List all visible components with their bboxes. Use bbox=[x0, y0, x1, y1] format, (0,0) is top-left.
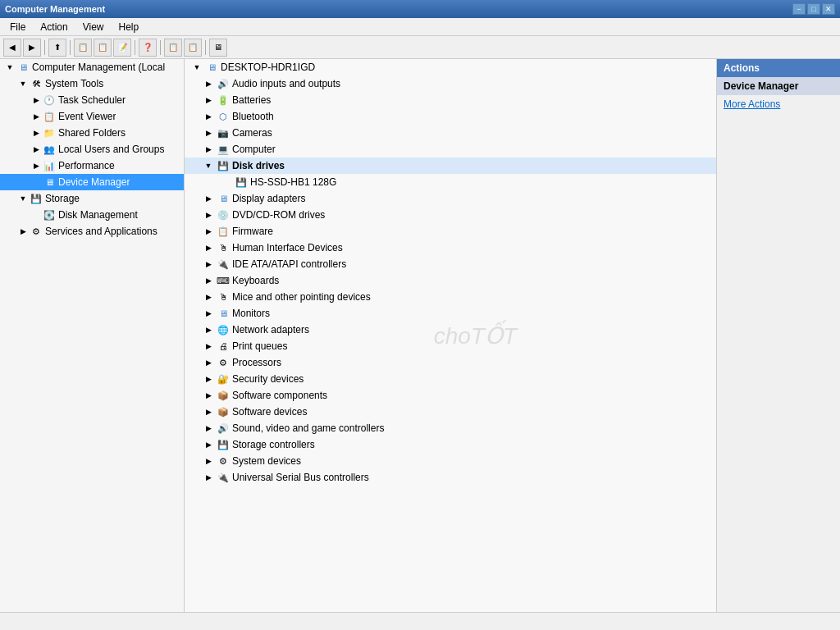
menu-action[interactable]: Action bbox=[34, 20, 74, 34]
toolbar-btn5[interactable]: 📝 bbox=[113, 39, 131, 57]
device-system-devices[interactable]: ▶ ⚙ System devices bbox=[185, 453, 716, 469]
device-security[interactable]: ▶ 🔐 Security devices bbox=[185, 371, 716, 387]
network-expand[interactable]: ▶ bbox=[203, 324, 214, 336]
device-computer[interactable]: ▶ 💻 Computer bbox=[185, 141, 716, 158]
software-comp-expand[interactable]: ▶ bbox=[203, 390, 214, 401]
toolbar-back[interactable]: ◀ bbox=[3, 39, 21, 57]
services-apps-expand[interactable]: ▶ bbox=[16, 225, 30, 238]
local-users-expand[interactable]: ▶ bbox=[30, 143, 43, 156]
processors-label: Processors bbox=[232, 357, 281, 368]
device-software-devices[interactable]: ▶ 📦 Software devices bbox=[185, 404, 716, 420]
software-dev-expand[interactable]: ▶ bbox=[203, 406, 214, 418]
processors-expand[interactable]: ▶ bbox=[203, 357, 214, 368]
device-mice[interactable]: ▶ 🖱 Mice and other pointing devices bbox=[185, 289, 716, 305]
toolbar-btn3[interactable]: 📋 bbox=[74, 39, 92, 57]
device-disk-drives[interactable]: ▼ 💾 Disk drives bbox=[185, 158, 716, 174]
storage-expand[interactable]: ▼ bbox=[16, 192, 30, 205]
device-root[interactable]: ▼ 🖥 DESKTOP-HDR1IGD bbox=[185, 59, 716, 75]
root-expand[interactable]: ▼ bbox=[3, 61, 16, 74]
device-print[interactable]: ▶ 🖨 Print queues bbox=[185, 338, 716, 354]
toolbar-btn6[interactable]: 📋 bbox=[164, 39, 182, 57]
cameras-expand[interactable]: ▶ bbox=[203, 127, 214, 139]
toolbar-btn7[interactable]: 📋 bbox=[184, 39, 202, 57]
hid-expand[interactable]: ▶ bbox=[203, 242, 214, 253]
ide-expand[interactable]: ▶ bbox=[203, 258, 214, 270]
device-ide[interactable]: ▶ 🔌 IDE ATA/ATAPI controllers bbox=[185, 256, 716, 272]
toolbar-forward[interactable]: ▶ bbox=[23, 39, 41, 57]
batteries-expand[interactable]: ▶ bbox=[203, 94, 214, 106]
device-bluetooth[interactable]: ▶ ⬡ Bluetooth bbox=[185, 108, 716, 125]
firmware-expand[interactable]: ▶ bbox=[203, 226, 214, 237]
dvd-expand[interactable]: ▶ bbox=[203, 209, 214, 221]
sound-icon: 🔊 bbox=[217, 422, 230, 435]
security-expand[interactable]: ▶ bbox=[203, 373, 214, 385]
device-processors[interactable]: ▶ ⚙ Processors bbox=[185, 354, 716, 371]
device-batteries[interactable]: ▶ 🔋 Batteries bbox=[185, 92, 716, 108]
shared-folders-expand[interactable]: ▶ bbox=[30, 126, 43, 139]
device-ssd[interactable]: 💾 HS-SSD-HB1 128G bbox=[185, 174, 716, 190]
event-viewer-expand[interactable]: ▶ bbox=[30, 110, 43, 123]
disk-management-expand[interactable] bbox=[30, 208, 43, 221]
tree-disk-management[interactable]: 💽 Disk Management bbox=[0, 207, 184, 223]
tree-services-apps[interactable]: ▶ ⚙ Services and Applications bbox=[0, 223, 184, 240]
tree-device-manager[interactable]: 🖥 Device Manager bbox=[0, 174, 184, 190]
device-keyboards[interactable]: ▶ ⌨ Keyboards bbox=[185, 272, 716, 289]
bluetooth-expand[interactable]: ▶ bbox=[203, 111, 214, 122]
device-firmware[interactable]: ▶ 📋 Firmware bbox=[185, 223, 716, 240]
minimize-button[interactable]: − bbox=[792, 3, 806, 15]
device-cameras[interactable]: ▶ 📷 Cameras bbox=[185, 125, 716, 141]
sound-expand[interactable]: ▶ bbox=[203, 422, 214, 434]
toolbar-monitor[interactable]: 🖥 bbox=[209, 39, 227, 57]
action-more-actions[interactable]: More Actions bbox=[717, 95, 840, 113]
display-expand[interactable]: ▶ bbox=[203, 193, 214, 204]
device-manager-expand[interactable] bbox=[30, 176, 43, 189]
device-root-expand[interactable]: ▼ bbox=[191, 62, 203, 73]
system-tools-expand[interactable]: ▼ bbox=[16, 77, 30, 90]
ssd-expand[interactable] bbox=[221, 176, 232, 188]
device-storage-ctrl[interactable]: ▶ 💾 Storage controllers bbox=[185, 436, 716, 453]
tree-performance[interactable]: ▶ 📊 Performance bbox=[0, 158, 184, 174]
tree-storage[interactable]: ▼ 💾 Storage bbox=[0, 190, 184, 207]
monitors-expand[interactable]: ▶ bbox=[203, 308, 214, 319]
usb-expand[interactable]: ▶ bbox=[203, 472, 214, 483]
performance-expand[interactable]: ▶ bbox=[30, 159, 43, 172]
toolbar-help[interactable]: ❓ bbox=[139, 39, 157, 57]
monitors-icon: 🖥 bbox=[217, 307, 230, 320]
cameras-label: Cameras bbox=[232, 127, 272, 139]
device-sound[interactable]: ▶ 🔊 Sound, video and game controllers bbox=[185, 420, 716, 436]
device-dvd[interactable]: ▶ 💿 DVD/CD-ROM drives bbox=[185, 207, 716, 223]
mice-expand[interactable]: ▶ bbox=[203, 291, 214, 303]
menu-file[interactable]: File bbox=[3, 20, 32, 34]
system-devices-expand[interactable]: ▶ bbox=[203, 455, 214, 467]
menu-help[interactable]: Help bbox=[112, 20, 146, 34]
device-display-adapters[interactable]: ▶ 🖥 Display adapters bbox=[185, 190, 716, 207]
device-audio[interactable]: ▶ 🔊 Audio inputs and outputs bbox=[185, 75, 716, 92]
storage-ctrl-expand[interactable]: ▶ bbox=[203, 439, 214, 450]
maximize-button[interactable]: □ bbox=[807, 3, 820, 15]
tree-root[interactable]: ▼ 🖥 Computer Management (Local bbox=[0, 59, 184, 75]
device-usb[interactable]: ▶ 🔌 Universal Serial Bus controllers bbox=[185, 469, 716, 486]
tree-local-users[interactable]: ▶ 👥 Local Users and Groups bbox=[0, 141, 184, 158]
computer-expand[interactable]: ▶ bbox=[203, 144, 214, 155]
disk-drives-expand[interactable]: ▼ bbox=[203, 160, 214, 171]
tree-event-viewer[interactable]: ▶ 📋 Event Viewer bbox=[0, 108, 184, 125]
tree-task-scheduler[interactable]: ▶ 🕐 Task Scheduler bbox=[0, 92, 184, 108]
menu-view[interactable]: View bbox=[76, 20, 111, 34]
ide-icon: 🔌 bbox=[217, 258, 230, 271]
device-software-components[interactable]: ▶ 📦 Software components bbox=[185, 387, 716, 404]
close-button[interactable]: ✕ bbox=[822, 3, 835, 15]
audio-expand[interactable]: ▶ bbox=[203, 78, 214, 89]
title-bar-controls: − □ ✕ bbox=[792, 3, 835, 15]
task-scheduler-expand[interactable]: ▶ bbox=[30, 94, 43, 107]
device-hid[interactable]: ▶ 🖱 Human Interface Devices bbox=[185, 240, 716, 256]
keyboards-expand[interactable]: ▶ bbox=[203, 275, 214, 286]
action-device-manager[interactable]: Device Manager bbox=[717, 77, 840, 95]
toolbar-btn4[interactable]: 📋 bbox=[94, 39, 112, 57]
title-bar-text: Computer Management bbox=[5, 4, 105, 14]
toolbar-up[interactable]: ⬆ bbox=[48, 39, 66, 57]
device-monitors[interactable]: ▶ 🖥 Monitors bbox=[185, 305, 716, 322]
tree-system-tools[interactable]: ▼ 🛠 System Tools bbox=[0, 75, 184, 92]
tree-shared-folders[interactable]: ▶ 📁 Shared Folders bbox=[0, 125, 184, 141]
print-expand[interactable]: ▶ bbox=[203, 340, 214, 352]
device-network[interactable]: ▶ 🌐 Network adapters bbox=[185, 322, 716, 338]
